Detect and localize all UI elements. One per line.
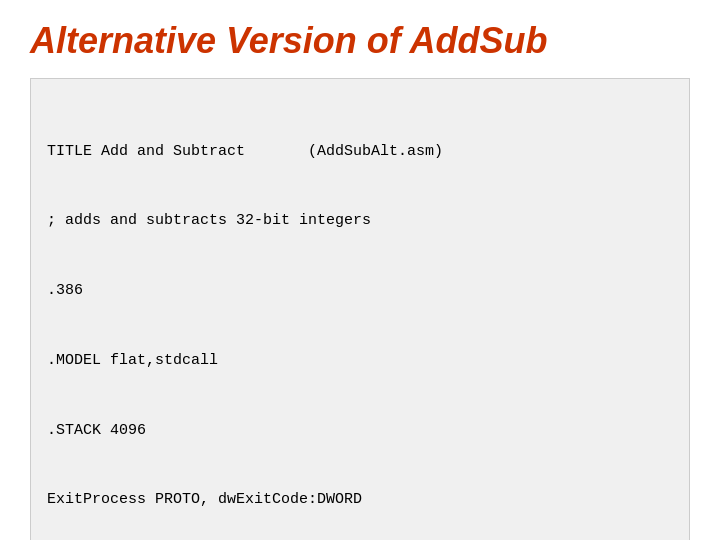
page-title: Alternative Version of AddSub [30,20,690,62]
code-line-2: ; adds and subtracts 32-bit integers [47,209,673,232]
code-line-1: TITLE Add and Subtract (AddSubAlt.asm) [47,140,673,163]
code-line-5: .STACK 4096 [47,419,673,442]
code-block: TITLE Add and Subtract (AddSubAlt.asm) ;… [30,78,690,540]
code-line-4: .MODEL flat,stdcall [47,349,673,372]
page-container: Alternative Version of AddSub TITLE Add … [0,0,720,540]
code-line-6: ExitProcess PROTO, dwExitCode:DWORD [47,488,673,511]
code-line-3: .386 [47,279,673,302]
